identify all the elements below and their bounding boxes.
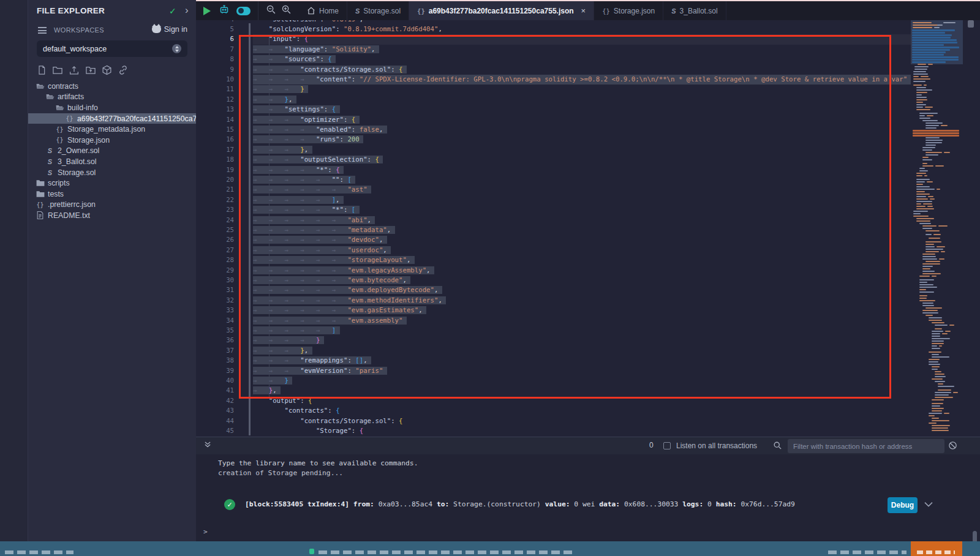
tree-item-scripts[interactable]: scripts bbox=[28, 178, 196, 189]
terminal-search-icon[interactable] bbox=[773, 441, 782, 453]
code-line-36[interactable]: →→→→} bbox=[253, 336, 911, 345]
tab-3-ballot-sol[interactable]: S3_Ballot.sol bbox=[663, 1, 726, 20]
code-line-26[interactable]: →→→→→→"devdoc", bbox=[253, 235, 911, 245]
terminal-prompt[interactable]: > bbox=[203, 528, 208, 536]
code-line-37[interactable]: →→→}, bbox=[253, 346, 911, 356]
zoom-out-icon[interactable] bbox=[266, 4, 276, 17]
workspace-menu-icon[interactable] bbox=[38, 27, 47, 34]
tree-item--prettierrc-json[interactable]: {}.prettierrc.json bbox=[28, 200, 196, 211]
code-line-23[interactable]: →→→→→"*": [ bbox=[253, 205, 911, 215]
code-line-22[interactable]: →→→→→], bbox=[253, 195, 911, 205]
transaction-row[interactable]: ✓ [block:5583405 txIndex:4] from: 0xa03.… bbox=[196, 495, 980, 514]
editor-scrollbar[interactable] bbox=[967, 20, 975, 437]
new-folder-icon[interactable] bbox=[52, 65, 63, 75]
code-line-19[interactable]: →→→→"*": { bbox=[253, 165, 911, 175]
code-line-8[interactable]: →→"sources": { bbox=[253, 54, 911, 64]
transaction-filter-input[interactable]: Filter with transaction hash or address bbox=[788, 439, 944, 453]
upload-folder-icon[interactable] bbox=[85, 65, 96, 75]
code-line-35[interactable]: →→→→→] bbox=[253, 326, 911, 336]
ai-copilot-robot-icon[interactable] bbox=[218, 4, 230, 18]
tab-storage-sol[interactable]: SStorage.sol bbox=[347, 1, 409, 20]
code-line-25[interactable]: →→→→→→"metadata", bbox=[253, 225, 911, 235]
line-number: 4 bbox=[209, 20, 234, 24]
code-line-7[interactable]: →→"language": "Solidity", bbox=[253, 45, 911, 54]
tx-expand-chevron-icon[interactable] bbox=[924, 501, 933, 510]
tx-count-badge: 0 bbox=[649, 441, 654, 449]
code-line-17[interactable]: →→→}, bbox=[253, 145, 911, 155]
tree-item-contracts[interactable]: contracts bbox=[28, 81, 196, 92]
status-orange-badge[interactable] bbox=[911, 541, 962, 556]
code-line-27[interactable]: →→→→→→"userdoc", bbox=[253, 246, 911, 255]
code-line-14[interactable]: →→→"optimizer": { bbox=[253, 115, 911, 125]
minimap-line bbox=[919, 279, 934, 280]
tab-label: Storage.json bbox=[614, 7, 655, 15]
code-line-29[interactable]: →→→→→→"evm.legacyAssembly", bbox=[253, 266, 911, 276]
code-line-12[interactable]: →→}, bbox=[253, 95, 911, 105]
run-script-icon[interactable] bbox=[203, 7, 211, 15]
code-line-18[interactable]: →→→"outputSelection": { bbox=[253, 155, 911, 165]
code-line-4[interactable]: "solcVersion": "0.8.19", bbox=[253, 20, 911, 24]
code-line-43[interactable]: "contracts": { bbox=[253, 406, 911, 416]
tab-storage-json[interactable]: {}Storage.json bbox=[594, 1, 663, 20]
code-line-41[interactable]: →}, bbox=[253, 386, 911, 396]
sign-in-button[interactable]: Sign in bbox=[152, 25, 187, 34]
ipfs-cube-icon[interactable] bbox=[102, 65, 112, 75]
minimap-line bbox=[916, 175, 922, 176]
code-line-20[interactable]: →→→→→"": [ bbox=[253, 175, 911, 185]
tree-item-storage-metadata-json[interactable]: {}Storage_metadata.json bbox=[28, 124, 196, 135]
terminal-collapse-icon[interactable] bbox=[203, 440, 212, 451]
code-line-11[interactable]: →→→} bbox=[253, 85, 911, 94]
listen-label[interactable]: Listen on all transactions bbox=[676, 441, 757, 450]
tree-item-storage-sol[interactable]: SStorage.sol bbox=[28, 167, 196, 178]
code-line-40[interactable]: →→} bbox=[253, 376, 911, 386]
code-line-42[interactable]: "output": { bbox=[253, 396, 911, 406]
tree-item-artifacts[interactable]: artifacts bbox=[28, 92, 196, 103]
code-line-21[interactable]: →→→→→→"ast" bbox=[253, 185, 911, 195]
tree-item-a69b43f277ba20fcac141151250ca7-[interactable]: {}a69b43f277ba20fcac141151250ca7... bbox=[28, 113, 196, 124]
debug-button[interactable]: Debug bbox=[888, 497, 918, 513]
code-line-9[interactable]: →→→"contracts/Storage.sol": { bbox=[253, 65, 911, 75]
code-line-6[interactable]: "input": { bbox=[253, 34, 911, 44]
listen-checkbox[interactable] bbox=[663, 442, 671, 449]
code-line-28[interactable]: →→→→→→"storageLayout", bbox=[253, 255, 911, 265]
minimap[interactable] bbox=[911, 20, 963, 437]
close-tab-icon[interactable]: × bbox=[581, 6, 586, 15]
code-editor[interactable]: 4567891011121314151617181920212223242526… bbox=[196, 20, 980, 437]
code-line-16[interactable]: →→→→"runs": 200 bbox=[253, 135, 911, 145]
link-icon[interactable] bbox=[118, 65, 129, 75]
code-line-45[interactable]: "Storage": { bbox=[253, 426, 911, 436]
clear-console-icon[interactable] bbox=[948, 441, 957, 453]
code-line-39[interactable]: →→→"evmVersion": "paris" bbox=[253, 366, 911, 376]
code-line-24[interactable]: →→→→→→"abi", bbox=[253, 216, 911, 225]
tab-home[interactable]: Home bbox=[299, 1, 347, 20]
tree-item-3-ballot-sol[interactable]: S3_Ballot.sol bbox=[28, 156, 196, 167]
code-line-15[interactable]: →→→→"enabled": false, bbox=[253, 125, 911, 135]
copilot-toggle[interactable] bbox=[236, 7, 251, 15]
tree-item-build-info[interactable]: build-info bbox=[28, 102, 196, 113]
new-file-icon[interactable] bbox=[37, 65, 47, 75]
code-line-33[interactable]: →→→→→→"evm.gasEstimates", bbox=[253, 306, 911, 315]
upload-file-icon[interactable] bbox=[69, 65, 80, 75]
code-line-5[interactable]: "solcLongVersion": "0.8.19+commit.7dd6d4… bbox=[253, 24, 911, 34]
code-line-38[interactable]: →→→"remappings": [], bbox=[253, 356, 911, 366]
terminal-body[interactable]: Type the library name to see available c… bbox=[196, 454, 980, 542]
tree-item-storage-json[interactable]: {}Storage.json bbox=[28, 135, 196, 146]
tree-item-tests[interactable]: tests bbox=[28, 189, 196, 200]
code-line-34[interactable]: →→→→→→"evm.assembly" bbox=[253, 316, 911, 326]
tree-item-readme-txt[interactable]: README.txt bbox=[28, 210, 196, 221]
code-line-13[interactable]: →→"settings": { bbox=[253, 105, 911, 115]
minimap-line bbox=[916, 104, 926, 105]
zoom-in-icon[interactable] bbox=[281, 4, 292, 17]
code-line-30[interactable]: →→→→→→"evm.bytecode", bbox=[253, 276, 911, 285]
minimap-line bbox=[932, 430, 949, 431]
tree-item-2-owner-sol[interactable]: S2_Owner.sol bbox=[28, 146, 196, 157]
code-line-31[interactable]: →→→→→→"evm.deployedBytecode", bbox=[253, 285, 911, 295]
tab-a69b43f277ba20fcac141151250ca755-json[interactable]: {}a69b43f277ba20fcac141151250ca755.json× bbox=[409, 1, 594, 20]
panel-chevron-icon[interactable]: › bbox=[185, 4, 189, 17]
workspace-select[interactable]: default_workspace bbox=[37, 40, 187, 57]
editor-scrollbar-thumb[interactable] bbox=[968, 20, 974, 28]
code-line-32[interactable]: →→→→→→"evm.methodIdentifiers", bbox=[253, 296, 911, 306]
code-line-44[interactable]: "contracts/Storage.sol": { bbox=[253, 416, 911, 426]
code-line-10[interactable]: →→→→"content": "// SPDX-License-Identifi… bbox=[253, 75, 911, 85]
tree-item-label: build-info bbox=[67, 103, 98, 112]
